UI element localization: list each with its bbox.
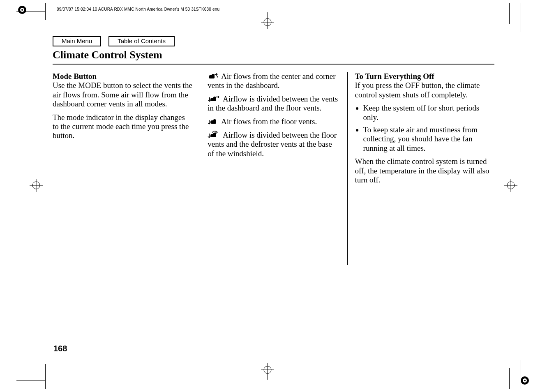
mode1-text: Air flows from the center and corner ven… bbox=[208, 72, 335, 90]
face-vent-icon bbox=[208, 72, 219, 81]
page-title: Climate Control System bbox=[53, 49, 494, 61]
floor-vent-icon bbox=[208, 117, 219, 126]
off-bullet-2: To keep stale air and mustiness from col… bbox=[363, 125, 494, 153]
mode-button-text-1: Use the MODE button to select the vents … bbox=[53, 81, 192, 108]
svg-point-5 bbox=[524, 380, 526, 381]
side-cross-left bbox=[30, 179, 43, 194]
main-menu-button[interactable]: Main Menu bbox=[53, 36, 101, 46]
mode-button-heading: Mode Button bbox=[53, 72, 97, 81]
registration-mark-top bbox=[261, 12, 274, 29]
floor-defrost-vent-icon bbox=[208, 131, 221, 139]
svg-point-18 bbox=[217, 76, 218, 77]
off-text-1: If you press the OFF button, the climate… bbox=[355, 81, 480, 99]
registration-dot-br bbox=[519, 375, 531, 388]
mode4-text: Airflow is divided between the floor ven… bbox=[208, 131, 337, 158]
face-floor-vent-icon bbox=[208, 95, 221, 103]
off-heading: To Turn Everything Off bbox=[355, 72, 434, 81]
toc-button[interactable]: Table of Contents bbox=[108, 36, 175, 46]
page-number: 168 bbox=[53, 344, 67, 353]
mode3-text: Air flows from the floor vents. bbox=[221, 117, 317, 126]
print-header: 09/07/07 15:02:04 10 ACURA RDX MMC North… bbox=[57, 7, 219, 12]
svg-point-2 bbox=[21, 9, 23, 11]
off-bullet-1: Keep the system off for short periods on… bbox=[363, 104, 494, 122]
mode2-text: Airflow is divided between the vents in … bbox=[208, 95, 338, 112]
registration-dot-tl bbox=[16, 4, 28, 17]
title-rule bbox=[53, 64, 494, 65]
mode-button-text-2: The mode indicator in the display change… bbox=[53, 113, 192, 141]
off-text-2: When the climate control system is turne… bbox=[355, 157, 494, 184]
side-cross-right bbox=[504, 179, 517, 194]
registration-mark-bottom bbox=[261, 363, 274, 380]
